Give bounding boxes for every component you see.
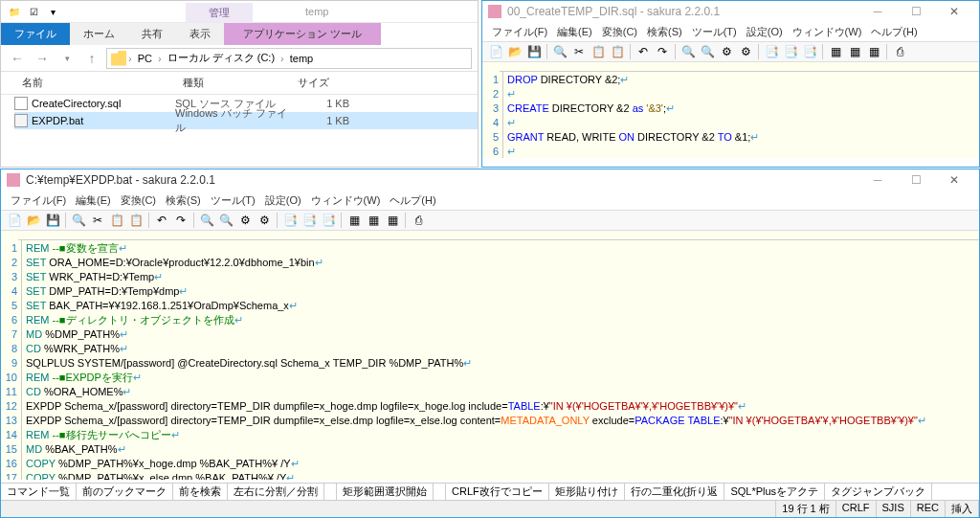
menu-item[interactable]: 検索(S) — [162, 192, 205, 209]
toolbar-button[interactable]: 🔍 — [70, 212, 87, 229]
toolbar-button[interactable]: 💾 — [44, 212, 61, 229]
menu-item[interactable]: 編集(E) — [553, 24, 596, 40]
col-name[interactable]: 名前 — [14, 72, 175, 94]
status-cell[interactable]: 前のブックマーク — [77, 484, 173, 500]
status-cell[interactable]: CRLF改行でコピー — [446, 484, 549, 500]
col-size[interactable]: サイズ — [290, 72, 367, 94]
qat-icon[interactable]: ☑ — [26, 4, 41, 19]
toolbar-button[interactable]: ↷ — [654, 43, 671, 60]
status-cell[interactable]: 左右に分割／分割 — [228, 484, 324, 500]
editor-body[interactable]: 123456789101112131415161718 REM --■変数を宣言… — [1, 231, 979, 480]
toolbar-button[interactable]: 📑 — [301, 212, 318, 229]
explorer-titlebar[interactable]: 📁 ☑ ▾ 管理 temp — [1, 1, 478, 22]
toolbar-button[interactable]: 📋 — [127, 212, 145, 229]
back-button[interactable]: ← — [7, 48, 28, 69]
titlebar[interactable]: C:¥temp¥EXPDP.bat - sakura 2.2.0.1 ─ ☐ ✕ — [1, 169, 979, 191]
maximize-button[interactable]: ☐ — [897, 169, 935, 191]
tab-share[interactable]: 共有 — [128, 23, 176, 45]
toolbar-button[interactable]: 📂 — [506, 43, 523, 60]
tab-view[interactable]: 表示 — [176, 23, 224, 45]
status-cell[interactable]: 矩形範囲選択開始 — [337, 484, 434, 500]
toolbar-button[interactable]: ▦ — [846, 43, 863, 60]
toolbar-button[interactable]: 🔍 — [198, 212, 215, 229]
menu-item[interactable]: ヘルプ(H) — [386, 192, 439, 209]
menu-item[interactable]: ツール(T) — [688, 24, 741, 40]
toolbar-button[interactable]: ▦ — [827, 43, 844, 60]
toolbar-button[interactable]: ⎙ — [891, 43, 908, 60]
status-cell[interactable] — [434, 484, 446, 500]
menu-item[interactable]: 編集(E) — [72, 192, 115, 209]
menu-item[interactable]: ファイル(F) — [488, 24, 551, 40]
menu-item[interactable]: ツール(T) — [207, 192, 259, 209]
toolbar-button[interactable]: ▦ — [365, 212, 382, 229]
menu-item[interactable]: 検索(S) — [643, 24, 686, 40]
menu-item[interactable]: ウィンドウ(W) — [789, 24, 866, 40]
toolbar-button[interactable]: ✂ — [570, 43, 588, 60]
toolbar-button[interactable]: ↶ — [635, 43, 652, 60]
menu-item[interactable]: 設定(O) — [743, 24, 787, 40]
crumb-drive[interactable]: ローカル ディスク (C:) — [164, 51, 278, 65]
toolbar-button[interactable]: 📋 — [609, 43, 626, 60]
toolbar-button[interactable]: ▦ — [345, 212, 363, 229]
tab-home[interactable]: ホーム — [70, 23, 128, 45]
toolbar-button[interactable]: ▦ — [384, 212, 401, 229]
menu-item[interactable]: 変換(C) — [598, 24, 641, 40]
toolbar-button[interactable]: 📑 — [763, 43, 780, 60]
recent-dropdown[interactable]: ▾ — [56, 48, 78, 69]
close-button[interactable]: ✕ — [935, 1, 973, 22]
toolbar-button[interactable]: 🔍 — [551, 43, 568, 60]
up-button[interactable]: ↑ — [81, 48, 102, 69]
toolbar-button[interactable]: ⚙ — [236, 212, 254, 229]
status-cell[interactable]: コマンド一覧 — [1, 484, 77, 500]
code-area[interactable]: DROP DIRECTORY &2;↵↵CREATE DIRECTORY &2 … — [503, 62, 979, 158]
close-button[interactable]: ✕ — [935, 169, 973, 191]
toolbar-button[interactable]: 📂 — [25, 212, 42, 229]
tools-tab[interactable]: 管理 — [186, 3, 253, 23]
status-cell[interactable]: 矩形貼り付け — [549, 484, 625, 500]
minimize-button[interactable]: ─ — [858, 1, 897, 22]
qat-dropdown-icon[interactable]: ▾ — [45, 4, 60, 19]
menu-item[interactable]: ファイル(F) — [7, 192, 70, 209]
status-cell[interactable] — [324, 484, 337, 500]
minimize-button[interactable]: ─ — [858, 169, 897, 191]
toolbar-button[interactable]: ↶ — [153, 212, 170, 229]
menu-item[interactable]: 設定(O) — [261, 192, 305, 209]
status-cell[interactable]: SQL*Plusをアクテ — [724, 484, 825, 500]
menu-item[interactable]: ウィンドウ(W) — [307, 192, 385, 209]
status-cell[interactable]: 前を検索 — [173, 484, 228, 500]
toolbar-button[interactable]: 📑 — [801, 43, 818, 60]
toolbar-button[interactable]: 📋 — [108, 212, 125, 229]
menu-item[interactable]: ヘルプ(H) — [867, 24, 921, 40]
address-bar[interactable]: › PC › ローカル ディスク (C:) › temp — [106, 48, 472, 69]
col-type[interactable]: 種類 — [175, 72, 290, 94]
toolbar-button[interactable]: 📋 — [590, 43, 607, 60]
toolbar-button[interactable]: 📑 — [281, 212, 299, 229]
crumb-pc[interactable]: PC — [134, 53, 156, 64]
maximize-button[interactable]: ☐ — [897, 1, 935, 22]
editor-body[interactable]: 1234567 DROP DIRECTORY &2;↵↵CREATE DIREC… — [482, 62, 979, 158]
toolbar-button[interactable]: 💾 — [525, 43, 543, 60]
status-cell[interactable]: タグジャンプバック — [825, 484, 932, 500]
toolbar-button[interactable]: ⚙ — [718, 43, 735, 60]
toolbar-button[interactable]: 📑 — [320, 212, 337, 229]
toolbar-button[interactable]: ⚙ — [737, 43, 754, 60]
toolbar-button[interactable]: ⚙ — [256, 212, 273, 229]
toolbar-button[interactable]: ↷ — [172, 212, 189, 229]
toolbar-button[interactable]: ✂ — [89, 212, 106, 229]
toolbar-button[interactable]: 📄 — [487, 43, 504, 60]
toolbar-button[interactable]: 🔍 — [679, 43, 697, 60]
toolbar-button[interactable]: ▦ — [865, 43, 882, 60]
toolbar-button[interactable]: 🔍 — [217, 212, 234, 229]
toolbar-button[interactable]: ⎙ — [410, 212, 427, 229]
crumb-folder[interactable]: temp — [286, 53, 317, 64]
toolbar-button[interactable]: 📄 — [6, 212, 23, 229]
code-area[interactable]: REM --■変数を宣言↵SET ORA_HOME=D:¥Oracle¥prod… — [22, 231, 979, 480]
file-row[interactable]: EXPDP.batWindows バッチ ファイル1 KB — [14, 112, 478, 129]
forward-button[interactable]: → — [32, 48, 53, 69]
toolbar-button[interactable]: 🔍 — [699, 43, 716, 60]
tab-file[interactable]: ファイル — [1, 23, 70, 45]
tab-apptools[interactable]: アプリケーション ツール — [224, 23, 381, 45]
menu-item[interactable]: 変換(C) — [117, 192, 160, 209]
status-cell[interactable]: 行の二重化(折り返 — [625, 484, 725, 500]
titlebar[interactable]: 00_CreateTEMP_DIR.sql - sakura 2.2.0.1 ─… — [482, 1, 979, 22]
